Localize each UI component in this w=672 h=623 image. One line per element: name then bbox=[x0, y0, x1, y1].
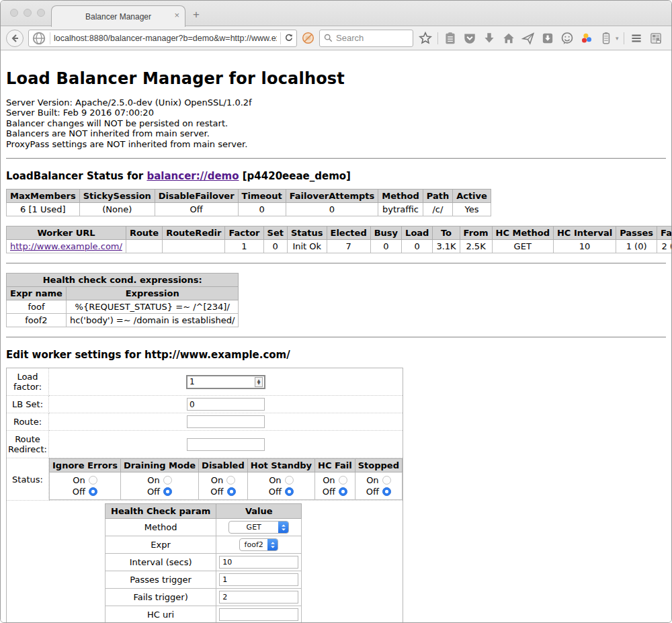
window-controls bbox=[10, 9, 45, 17]
on-label: On bbox=[147, 474, 159, 486]
stopped-on-radio[interactable] bbox=[382, 476, 391, 485]
site-identity-globe-icon[interactable] bbox=[32, 31, 46, 46]
pocket-icon[interactable] bbox=[462, 31, 477, 46]
toolbar-divider bbox=[624, 32, 624, 44]
tab-balancer-manager[interactable]: Balancer Manager × bbox=[51, 5, 185, 27]
disabled-on-radio[interactable] bbox=[226, 476, 235, 485]
col-stopped: Stopped bbox=[355, 459, 402, 472]
bookmark-star-icon[interactable] bbox=[418, 31, 433, 46]
cell-expr-name: foof2 bbox=[7, 314, 67, 327]
col-hc-interval: HC Interval bbox=[553, 226, 616, 240]
route-redirect-label: Route Redirect: bbox=[7, 431, 49, 458]
navigation-toolbar: localhost:8880/balancer-manager?b=demo&w… bbox=[1, 26, 671, 50]
colored-dots-icon[interactable] bbox=[579, 31, 594, 46]
stopped-off-radio[interactable] bbox=[382, 487, 391, 496]
download-icon[interactable] bbox=[482, 31, 497, 46]
hc-row-fails: Fails trigger) bbox=[106, 589, 302, 606]
worker-url-link[interactable]: http://www.example.com/ bbox=[10, 241, 122, 251]
interval-input[interactable] bbox=[219, 556, 298, 569]
panel-download-icon[interactable] bbox=[540, 31, 555, 46]
off-label: Off bbox=[269, 486, 282, 497]
search-icon bbox=[324, 34, 333, 42]
zoom-window-button[interactable] bbox=[37, 9, 45, 17]
cell-stickysession: (None) bbox=[79, 203, 155, 216]
back-button[interactable] bbox=[6, 30, 24, 47]
on-label: On bbox=[269, 474, 281, 486]
col-hc-method: HC Method bbox=[492, 226, 553, 240]
col-set: Set bbox=[263, 226, 287, 240]
col-stickysession: StickySession bbox=[79, 190, 155, 203]
method-select[interactable]: GET bbox=[228, 521, 289, 534]
urlbar-divider bbox=[50, 32, 50, 44]
passes-input[interactable] bbox=[219, 573, 298, 586]
fails-input[interactable] bbox=[219, 591, 298, 604]
load-factor-field-wrap: ▲▼ bbox=[186, 375, 265, 389]
col-maxmembers: MaxMembers bbox=[7, 190, 80, 203]
menu-hamburger-icon[interactable] bbox=[629, 31, 644, 46]
disabled-off-radio[interactable] bbox=[227, 487, 236, 496]
select-chevrons-icon bbox=[267, 538, 278, 551]
server-info: Server Version: Apache/2.5.0-dev (Unix) … bbox=[6, 97, 666, 149]
url-bar[interactable]: localhost:8880/balancer-manager?b=demo&w… bbox=[28, 30, 297, 47]
send-tab-icon[interactable] bbox=[521, 31, 536, 46]
search-bar[interactable]: Search bbox=[319, 30, 413, 47]
expr-select[interactable]: foof2 bbox=[239, 538, 278, 551]
search-placeholder: Search bbox=[336, 33, 364, 43]
off-label: Off bbox=[73, 486, 85, 497]
close-window-button[interactable] bbox=[10, 9, 18, 17]
ignore-errors-on-radio[interactable] bbox=[89, 476, 97, 485]
tile-grid-icon[interactable] bbox=[648, 31, 663, 46]
proxypass-notice-line: ProxyPass settings are NOT inherited fro… bbox=[6, 139, 666, 149]
interval-label: Interval (secs) bbox=[106, 554, 216, 571]
ignore-errors-toggle: On Off bbox=[50, 472, 121, 500]
hot-standby-on-radio[interactable] bbox=[285, 476, 294, 485]
reload-icon[interactable] bbox=[284, 33, 294, 43]
forum-smiley-icon[interactable] bbox=[560, 31, 575, 46]
passes-label: Passes trigger bbox=[106, 571, 216, 589]
route-redirect-input[interactable] bbox=[187, 438, 265, 451]
draining-mode-off-radio[interactable] bbox=[163, 487, 172, 496]
on-label: On bbox=[211, 474, 223, 486]
cell-maxmembers: 6 [1 Used] bbox=[7, 203, 80, 216]
form-row-lb-set: LB Set: bbox=[7, 396, 403, 413]
col-load: Load bbox=[402, 226, 433, 240]
inherit-notice-line: Balancers are NOT inherited from main se… bbox=[6, 128, 666, 138]
form-row-health-check: Health Check param Value Method GET bbox=[7, 501, 403, 622]
battery-dropdown-caret-icon[interactable]: ▾ bbox=[616, 35, 619, 42]
balancer-demo-link[interactable]: balancer://demo bbox=[146, 170, 239, 182]
number-stepper-icon[interactable]: ▲▼ bbox=[255, 377, 263, 387]
loadbalancer-status-heading: LoadBalancer Status for balancer://demo … bbox=[6, 170, 666, 182]
cell-load: 0 bbox=[402, 240, 433, 253]
home-icon[interactable] bbox=[501, 31, 516, 46]
load-factor-input[interactable] bbox=[187, 376, 255, 387]
col-disablefailover: DisableFailover bbox=[155, 190, 238, 203]
table-header-row: Worker URL Route RouteRedir Factor Set S… bbox=[7, 226, 672, 240]
browser-window: Balancer Manager × + localhost:8880/bala… bbox=[0, 0, 672, 623]
battery-icon[interactable] bbox=[599, 31, 614, 46]
off-label: Off bbox=[147, 486, 160, 497]
cell-expression: hc('body') =~ /domain is established/ bbox=[66, 314, 239, 327]
status-heading-suffix: [p4420eeae_demo] bbox=[239, 170, 351, 182]
cell-routeredir bbox=[163, 240, 225, 253]
hc-fail-off-radio[interactable] bbox=[339, 487, 347, 496]
divider bbox=[6, 337, 666, 338]
tab-close-icon[interactable]: × bbox=[174, 11, 179, 20]
url-text[interactable]: localhost:8880/balancer-manager?b=demo&w… bbox=[54, 34, 277, 43]
hc-row-expr: Expr foof2 bbox=[106, 536, 302, 554]
hc-row-passes: Passes trigger bbox=[106, 571, 302, 589]
hc-uri-input[interactable] bbox=[219, 608, 298, 621]
hc-fail-on-radio[interactable] bbox=[339, 476, 347, 485]
draining-mode-on-radio[interactable] bbox=[163, 476, 172, 485]
col-draining-mode: Draining Mode bbox=[120, 459, 198, 472]
minimize-window-button[interactable] bbox=[24, 9, 32, 17]
adblock-icon[interactable] bbox=[302, 32, 314, 44]
route-input[interactable] bbox=[187, 415, 265, 428]
ignore-errors-off-radio[interactable] bbox=[89, 487, 97, 496]
hc-uri-label: HC uri bbox=[106, 606, 216, 622]
new-tab-button[interactable]: + bbox=[193, 9, 200, 20]
col-hc-value: Value bbox=[216, 504, 302, 519]
reading-list-icon[interactable] bbox=[443, 31, 458, 46]
lb-set-input[interactable] bbox=[187, 398, 265, 411]
hot-standby-off-radio[interactable] bbox=[285, 487, 294, 496]
cell-set: 0 bbox=[263, 240, 287, 253]
